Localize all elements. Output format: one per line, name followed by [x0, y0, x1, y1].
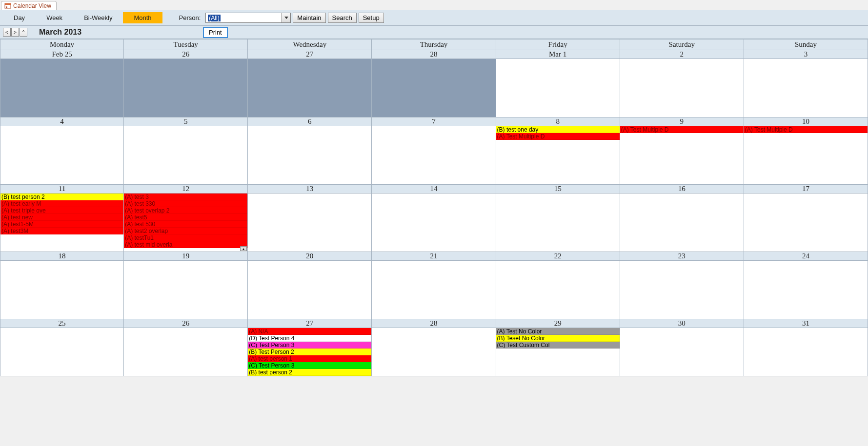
maintain-button[interactable]: Maintain	[293, 13, 325, 23]
day-cell[interactable]	[496, 261, 620, 319]
daynum-cell[interactable]: Feb 25	[0, 50, 124, 59]
calendar-event[interactable]: (A) test mid overla	[124, 241, 247, 248]
day-cell[interactable]	[372, 328, 496, 376]
day-cell[interactable]	[372, 261, 496, 319]
daynum-cell[interactable]: 14	[372, 185, 496, 194]
daynum-cell[interactable]: 25	[0, 319, 124, 328]
daynum-cell[interactable]: 11	[0, 185, 124, 194]
calendar-event[interactable]: (B) test person 2	[0, 194, 123, 200]
daynum-cell[interactable]: Mar 1	[496, 50, 620, 59]
calendar-event[interactable]: (B) test person 2	[248, 369, 371, 376]
daynum-cell[interactable]: 26	[124, 319, 248, 328]
daynum-cell[interactable]: 27	[248, 319, 372, 328]
print-button[interactable]: Print	[203, 27, 228, 38]
day-cell[interactable]: (A) Test No Color(B) Teset No Color(C) T…	[496, 328, 620, 376]
view-tab-biweekly[interactable]: Bi-Weekly	[73, 12, 123, 23]
view-tab-day[interactable]: Day	[3, 12, 36, 23]
calendar-event[interactable]: (A) test3M	[0, 228, 123, 234]
daynum-cell[interactable]: 8	[496, 117, 620, 126]
calendar-event[interactable]: (A) test2 overlap	[124, 228, 247, 234]
calendar-event[interactable]: (A) test 530	[124, 221, 247, 228]
view-tab-week[interactable]: Week	[36, 12, 73, 23]
calendar-event[interactable]: (A) test triple ove	[0, 207, 123, 214]
day-cell[interactable]	[620, 59, 744, 117]
daynum-cell[interactable]: 3	[744, 50, 868, 59]
view-tab-month[interactable]: Month	[123, 12, 162, 23]
prev-button[interactable]: <	[3, 28, 11, 37]
calendar-event[interactable]: (A) test new	[0, 214, 123, 221]
daynum-cell[interactable]: 29	[496, 319, 620, 328]
daynum-cell[interactable]: 23	[620, 252, 744, 261]
calendar-event[interactable]: (A) test early M	[0, 200, 123, 207]
calendar-event[interactable]: (A) Test No Color	[496, 328, 620, 335]
calendar-event[interactable]: (A) test person 1	[248, 355, 371, 362]
day-cell[interactable]	[0, 328, 124, 376]
daynum-cell[interactable]: 18	[0, 252, 124, 261]
day-cell[interactable]	[372, 59, 496, 117]
day-cell[interactable]	[744, 328, 868, 376]
next-button[interactable]: >	[11, 28, 19, 37]
day-cell[interactable]	[124, 59, 248, 117]
day-cell[interactable]	[248, 261, 372, 319]
daynum-cell[interactable]: 15	[496, 185, 620, 194]
daynum-cell[interactable]: 27	[248, 50, 372, 59]
daynum-cell[interactable]: 20	[248, 252, 372, 261]
daynum-cell[interactable]: 12	[124, 185, 248, 194]
day-cell[interactable]: (B) test one day(A) Test Multiple D	[496, 126, 620, 185]
daynum-cell[interactable]: 26	[124, 50, 248, 59]
daynum-cell[interactable]: 4	[0, 117, 124, 126]
day-cell[interactable]: (A) test 3(A) test 330(A) test overlap 2…	[124, 194, 248, 252]
daynum-cell[interactable]: 19	[124, 252, 248, 261]
day-cell[interactable]	[620, 261, 744, 319]
daynum-cell[interactable]: 2	[620, 50, 744, 59]
calendar-event[interactable]: (B) Test Person 2	[248, 349, 371, 355]
day-cell[interactable]: (A) Test Multiple D	[620, 126, 744, 185]
day-cell[interactable]	[124, 126, 248, 185]
up-button[interactable]: ^	[20, 28, 27, 37]
daynum-cell[interactable]: 6	[248, 117, 372, 126]
daynum-cell[interactable]: 13	[248, 185, 372, 194]
daynum-cell[interactable]: 21	[372, 252, 496, 261]
calendar-event[interactable]: (A) testTu1	[124, 234, 247, 241]
daynum-cell[interactable]: 30	[620, 319, 744, 328]
daynum-cell[interactable]: 7	[372, 117, 496, 126]
day-cell[interactable]	[0, 59, 124, 117]
person-select[interactable]: (All)	[205, 13, 291, 23]
calendar-event[interactable]: (D) Test Person 4	[248, 335, 371, 342]
day-cell[interactable]	[372, 126, 496, 185]
day-cell[interactable]	[744, 261, 868, 319]
calendar-event[interactable]: (C) Test Person 3	[248, 362, 371, 369]
day-cell[interactable]	[496, 194, 620, 252]
day-cell[interactable]: (A) N/A(D) Test Person 4(C) Test Person …	[248, 328, 372, 376]
day-cell[interactable]	[248, 194, 372, 252]
day-cell[interactable]	[372, 194, 496, 252]
daynum-cell[interactable]: 22	[496, 252, 620, 261]
day-cell[interactable]	[0, 126, 124, 185]
daynum-cell[interactable]: 31	[744, 319, 868, 328]
day-cell[interactable]	[620, 328, 744, 376]
daynum-cell[interactable]: 28	[372, 50, 496, 59]
calendar-event[interactable]: (A) test overlap 2	[124, 207, 247, 214]
day-cell[interactable]	[744, 59, 868, 117]
calendar-event[interactable]: (A) test 330	[124, 200, 247, 207]
daynum-cell[interactable]: 16	[620, 185, 744, 194]
daynum-cell[interactable]: 24	[744, 252, 868, 261]
day-cell[interactable]	[0, 261, 124, 319]
day-cell[interactable]	[496, 59, 620, 117]
calendar-event[interactable]: (A) Test Multiple D	[744, 126, 868, 133]
calendar-event[interactable]: (A) Test Multiple D	[620, 126, 744, 133]
calendar-event[interactable]: (A) test1-5M	[0, 221, 123, 228]
calendar-event[interactable]: (C) Test Person 3	[248, 342, 371, 349]
daynum-cell[interactable]: 5	[124, 117, 248, 126]
calendar-event[interactable]: (B) test one day	[496, 126, 620, 133]
day-cell[interactable]	[124, 261, 248, 319]
calendar-event[interactable]: (A) test 3	[124, 194, 247, 200]
daynum-cell[interactable]: 10	[744, 117, 868, 126]
setup-button[interactable]: Setup	[359, 13, 384, 23]
more-events-indicator[interactable]: ▴	[240, 246, 247, 251]
daynum-cell[interactable]: 9	[620, 117, 744, 126]
day-cell[interactable]: (A) Test Multiple D	[744, 126, 868, 185]
calendar-event[interactable]: (C) Test Custom Col	[496, 342, 620, 349]
day-cell[interactable]	[248, 126, 372, 185]
daynum-cell[interactable]: 17	[744, 185, 868, 194]
